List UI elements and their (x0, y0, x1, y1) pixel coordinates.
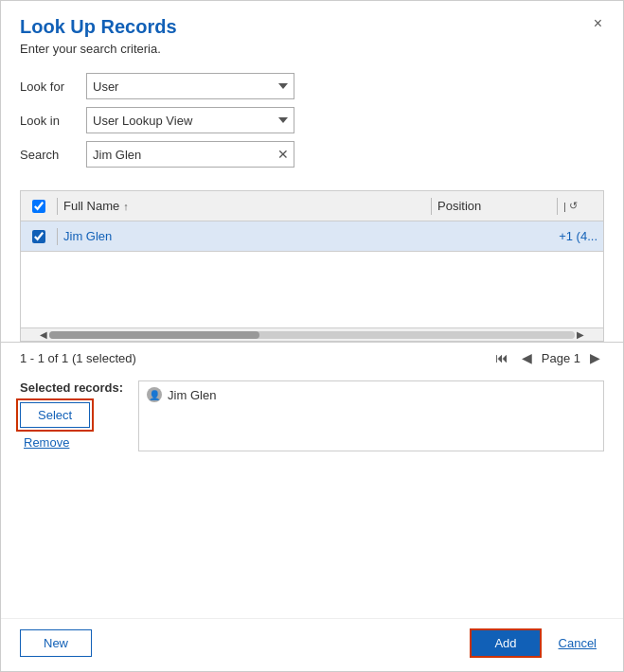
fullname-column-label: Full Name (63, 199, 119, 213)
look-for-label: Look for (20, 80, 86, 94)
column-header-fullname[interactable]: Full Name ↑ (63, 199, 425, 213)
pagination-controls: ⏮ ◀ Page 1 ▶ (491, 348, 604, 367)
select-button[interactable]: Select (20, 402, 90, 428)
header-separator-2 (431, 198, 432, 215)
dialog-subtitle: Enter your search criteria. (20, 42, 604, 56)
look-in-label: Look in (20, 114, 86, 128)
pagination-info: 1 - 1 of 1 (1 selected) (20, 351, 136, 365)
add-button[interactable]: Add (470, 628, 541, 658)
page-label: Page 1 (542, 351, 580, 365)
dialog-footer: New Add Cancel (1, 618, 623, 671)
row-fullname[interactable]: Jim Glen (63, 229, 541, 243)
dialog-title: Look Up Records (20, 16, 604, 38)
selected-records-box: 👤 Jim Glen (138, 380, 604, 451)
search-form: Look for User Look in User Lookup View S… (1, 63, 623, 185)
sort-arrow-icon: ↑ (123, 201, 129, 212)
search-row: Search ✕ (20, 141, 604, 168)
search-input-wrapper: ✕ (86, 141, 294, 168)
user-icon: 👤 (147, 387, 162, 402)
look-in-select[interactable]: User Lookup View (86, 107, 294, 133)
refresh-icon[interactable]: ↺ (569, 200, 578, 212)
footer-right: Add Cancel (470, 628, 604, 658)
close-button[interactable]: × (588, 14, 608, 33)
lookup-records-dialog: Look Up Records Enter your search criter… (0, 0, 624, 672)
remove-button[interactable]: Remove (20, 433, 73, 451)
pagination-bar: 1 - 1 of 1 (1 selected) ⏮ ◀ Page 1 ▶ (1, 342, 623, 373)
selected-actions-col: Selected records: Select Remove (20, 380, 123, 451)
table-header: Full Name ↑ Position | ↺ (21, 191, 603, 221)
dialog-header: Look Up Records Enter your search criter… (1, 1, 623, 63)
prev-page-button[interactable]: ◀ (518, 348, 536, 367)
table-header-icons: | ↺ (563, 200, 597, 212)
row-separator (57, 228, 58, 245)
look-in-row: Look in User Lookup View (20, 107, 604, 133)
select-all-checkbox[interactable] (32, 200, 45, 213)
search-clear-button[interactable]: ✕ (276, 148, 291, 161)
pipe-icon: | (563, 201, 566, 212)
header-separator-3 (557, 198, 558, 215)
row-checkbox-cell[interactable] (27, 230, 51, 243)
horizontal-scrollbar[interactable]: ◀ ▶ (21, 327, 603, 341)
next-page-button[interactable]: ▶ (586, 348, 604, 367)
selected-records-label: Selected records: (20, 380, 123, 395)
look-for-select[interactable]: User (86, 73, 294, 99)
look-for-row: Look for User (20, 73, 604, 99)
selected-record-item: 👤 Jim Glen (147, 387, 596, 402)
search-label: Search (20, 148, 86, 162)
scroll-left-icon[interactable]: ◀ (40, 329, 47, 340)
first-page-button[interactable]: ⏮ (491, 348, 512, 367)
row-checkbox[interactable] (32, 230, 45, 243)
row-phone: +1 (4... (541, 229, 597, 243)
header-checkbox-cell[interactable] (27, 200, 51, 213)
scroll-track[interactable] (49, 331, 575, 339)
scroll-thumb (49, 331, 259, 339)
results-table: Full Name ↑ Position | ↺ Jim Glen +1 (4.… (20, 190, 604, 342)
footer-left: New (20, 629, 92, 657)
column-header-position[interactable]: Position (437, 199, 551, 213)
search-input[interactable] (86, 141, 294, 168)
header-separator-1 (57, 198, 58, 215)
new-button[interactable]: New (20, 629, 92, 657)
cancel-button[interactable]: Cancel (551, 630, 604, 656)
selected-record-name: Jim Glen (168, 388, 216, 402)
selected-section: Selected records: Select Remove 👤 Jim Gl… (1, 373, 623, 457)
scroll-right-icon[interactable]: ▶ (577, 329, 584, 340)
empty-rows (21, 252, 603, 327)
table-row: Jim Glen +1 (4... (21, 221, 603, 252)
